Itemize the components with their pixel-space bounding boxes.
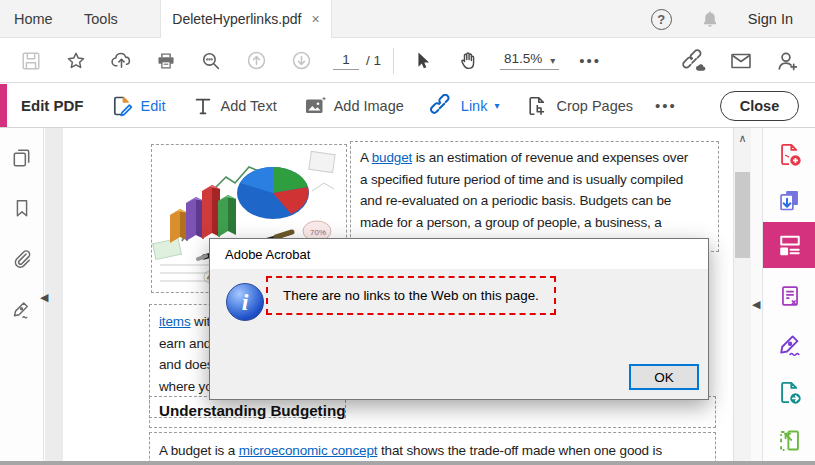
- svg-text:70%: 70%: [310, 228, 326, 237]
- dialog-message: There are no links to the Web on this pa…: [283, 288, 539, 303]
- tab-close-icon[interactable]: ×: [311, 11, 319, 27]
- page-number-control: 1 / 1: [333, 52, 381, 70]
- para1-line3: and re-evaluated on a periodic basis. Bu…: [360, 190, 709, 212]
- email-icon[interactable]: [729, 49, 753, 73]
- right-panel-gutter: [751, 128, 762, 461]
- document-area: ◀: [0, 128, 815, 461]
- tool-fill-sign-icon[interactable]: [763, 324, 815, 364]
- edit-pdf-title: Edit PDF: [21, 97, 84, 114]
- window-bottom-edge: [0, 461, 815, 465]
- page-total-label: / 1: [366, 53, 381, 68]
- help-icon[interactable]: ?: [651, 9, 672, 30]
- quick-toolbar: 1 / 1 81.5% ▾ •••: [0, 39, 815, 83]
- share-group: [682, 39, 799, 83]
- top-menu-bar: Home Tools DeleteHyperlinks.pdf × ? Sign…: [0, 0, 815, 38]
- tool-send-review-icon[interactable]: [763, 372, 815, 412]
- right-tools-rail: [762, 128, 815, 461]
- page-number-input[interactable]: 1: [333, 52, 359, 70]
- zoom-dropdown-icon[interactable]: ▾: [550, 55, 555, 66]
- save-icon[interactable]: [14, 44, 48, 78]
- menu-home[interactable]: Home: [14, 0, 53, 38]
- tool-edit-pdf-icon-active[interactable]: [763, 222, 815, 268]
- add-person-icon[interactable]: [775, 49, 799, 73]
- ok-button[interactable]: OK: [629, 364, 699, 390]
- para1-line4: made for a person, a group of people, a …: [360, 212, 709, 234]
- bookmarks-icon[interactable]: [11, 197, 33, 219]
- document-tab[interactable]: DeleteHyperlinks.pdf ×: [160, 0, 332, 38]
- paragraph-block-3[interactable]: A budget is a microeconomic concept that…: [149, 432, 716, 461]
- link-tool-button[interactable]: Link ▾: [430, 94, 500, 118]
- toolbar-more-icon[interactable]: •••: [579, 52, 601, 69]
- add-text-label: Add Text: [221, 98, 277, 114]
- tool-create-pdf-icon[interactable]: [763, 134, 815, 174]
- menu-tools[interactable]: Tools: [84, 0, 118, 38]
- edit-toolbar-more-icon[interactable]: •••: [655, 97, 677, 114]
- para1-line2: a specified future period of time and is…: [360, 169, 709, 191]
- heading-block[interactable]: Understanding Budgeting: [149, 396, 716, 428]
- acrobat-window: Home Tools DeleteHyperlinks.pdf × ? Sign…: [0, 0, 815, 465]
- paragraph-block-1[interactable]: A budget is an estimation of revenue and…: [350, 141, 719, 252]
- dialog-title: Adobe Acrobat: [225, 247, 310, 262]
- edit-pdf-toolbar: Edit PDF Edit Add Text Add Image Link ▾ …: [0, 84, 815, 128]
- toolbar-divider: [393, 48, 394, 74]
- link-tool-label: Link: [461, 98, 488, 114]
- attachments-paperclip-icon[interactable]: [10, 247, 33, 270]
- budget-hyperlink[interactable]: budget: [372, 150, 412, 165]
- microeconomic-concept-hyperlink[interactable]: microeconomic concept: [239, 443, 378, 458]
- scroll-up-icon[interactable]: ∧: [734, 132, 751, 145]
- section-heading: Understanding Budgeting: [159, 402, 706, 419]
- document-tab-label: DeleteHyperlinks.pdf: [172, 11, 301, 27]
- hand-pan-tool-icon[interactable]: [451, 44, 485, 78]
- add-image-button[interactable]: Add Image: [303, 94, 404, 118]
- edit-pdf-accent-stripe: [0, 84, 7, 127]
- vertical-scrollbar[interactable]: ∧: [733, 128, 751, 461]
- print-icon[interactable]: [149, 44, 183, 78]
- para3-line1: A budget is a microeconomic concept that…: [159, 440, 706, 461]
- zoom-level-control[interactable]: 81.5% ▾: [500, 51, 559, 70]
- tool-other-format-icon[interactable]: [763, 276, 815, 316]
- dialog-titlebar[interactable]: Adobe Acrobat: [210, 239, 708, 269]
- info-icon: i: [226, 283, 264, 321]
- tool-export-pdf-icon[interactable]: [763, 180, 815, 220]
- crop-pages-label: Crop Pages: [556, 98, 633, 114]
- link-dropdown-icon[interactable]: ▾: [494, 100, 499, 111]
- crop-pages-button[interactable]: Crop Pages: [525, 94, 633, 118]
- adobe-acrobat-dialog: Adobe Acrobat i There are no links to th…: [209, 238, 709, 400]
- edit-tool-button[interactable]: Edit: [110, 94, 166, 118]
- add-text-button[interactable]: Add Text: [192, 95, 277, 117]
- share-link-icon[interactable]: [682, 49, 707, 74]
- close-button[interactable]: Close: [720, 91, 799, 121]
- dialog-body: i There are no links to the Web on this …: [210, 269, 708, 400]
- scrollbar-thumb[interactable]: [735, 172, 750, 258]
- left-panel-rail: [0, 128, 44, 461]
- notifications-bell-icon[interactable]: [700, 9, 720, 29]
- collapse-right-panel-icon[interactable]: ◀: [752, 298, 760, 311]
- select-tool-icon[interactable]: [406, 44, 440, 78]
- collapse-left-panel-icon[interactable]: ◀: [40, 291, 48, 304]
- zoom-value: 81.5%: [504, 51, 542, 66]
- previous-page-icon[interactable]: [239, 44, 273, 78]
- para1-line1: A budget is an estimation of revenue and…: [360, 147, 709, 169]
- signatures-pen-icon[interactable]: [10, 298, 33, 321]
- star-favorite-icon[interactable]: [59, 44, 93, 78]
- topbar-right-group: ? Sign In: [651, 0, 793, 38]
- edit-tool-label: Edit: [141, 98, 166, 114]
- search-icon[interactable]: [194, 44, 228, 78]
- add-image-label: Add Image: [334, 98, 404, 114]
- next-page-icon[interactable]: [284, 44, 318, 78]
- page-thumbnails-icon[interactable]: [10, 146, 33, 169]
- cloud-upload-icon[interactable]: [104, 44, 138, 78]
- message-highlight-box: There are no links to the Web on this pa…: [266, 276, 556, 315]
- tool-scan-ocr-icon[interactable]: [763, 420, 815, 460]
- items-hyperlink[interactable]: items: [159, 314, 191, 329]
- sign-in-button[interactable]: Sign In: [748, 11, 793, 27]
